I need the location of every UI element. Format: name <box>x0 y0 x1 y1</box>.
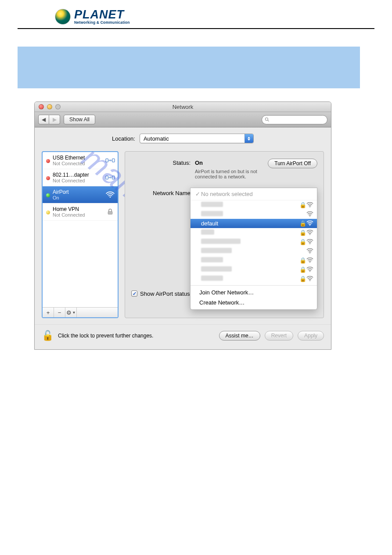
ethernet-icon <box>105 174 115 181</box>
sidebar-item-airport[interactable]: AirPort On <box>43 186 118 203</box>
interface-status: Not Connected <box>53 178 103 183</box>
interface-name: USB Ethernet <box>53 155 103 161</box>
location-label: Location: <box>112 135 135 142</box>
unlock-icon[interactable]: 🔓 <box>42 330 54 341</box>
forward-button[interactable]: ▶ <box>49 115 60 124</box>
wifi-icon <box>306 230 313 235</box>
page-header: PLANET Networking & Communication <box>18 0 374 29</box>
sidebar-item-80211-adapter[interactable]: 802.11…dapter Not Connected <box>43 169 118 186</box>
show-all-button[interactable]: Show All <box>64 115 95 124</box>
create-network-item[interactable]: Create Network… <box>191 297 317 308</box>
show-status-checkbox[interactable] <box>131 290 137 297</box>
lock-hint-text: Click the lock to prevent further change… <box>58 333 215 339</box>
interface-status: Not Connected <box>53 161 103 166</box>
select-arrows-icon <box>245 134 253 143</box>
interface-list: USB Ethernet Not Connected 802.11…dapter… <box>43 152 118 307</box>
svg-line-1 <box>268 120 269 121</box>
brand-tagline: Networking & Communication <box>74 21 130 25</box>
status-label: Status: <box>131 159 191 166</box>
sidebar-tools: + − ⚙▼ <box>43 307 118 317</box>
interface-name: 802.11…dapter <box>53 172 103 178</box>
svg-point-16 <box>309 280 310 281</box>
network-option[interactable]: 🔒 <box>191 237 317 247</box>
status-dot-icon <box>46 210 50 214</box>
network-option[interactable] <box>191 210 317 219</box>
brand-name: PLANET <box>74 9 130 21</box>
wifi-icon <box>105 191 115 198</box>
svg-rect-4 <box>106 176 108 179</box>
wifi-icon <box>306 248 313 254</box>
join-other-network-item[interactable]: Join Other Network… <box>191 287 317 297</box>
ethernet-icon <box>105 157 115 164</box>
menu-separator <box>191 285 317 286</box>
svg-point-6 <box>110 196 111 198</box>
revert-button[interactable]: Revert <box>265 331 293 341</box>
wifi-icon <box>306 267 313 272</box>
step-callout <box>18 47 360 88</box>
svg-point-13 <box>309 253 310 254</box>
window-titlebar: Network <box>35 102 331 112</box>
lock-icon: 🔒 <box>299 266 305 273</box>
search-input[interactable] <box>271 117 324 122</box>
location-select[interactable]: Automatic <box>140 134 254 143</box>
turn-airport-off-button[interactable]: Turn AirPort Off <box>268 159 317 168</box>
network-window: manualshive.com Network ◀ ▶ Show All Loc… <box>34 102 331 350</box>
svg-point-11 <box>309 234 310 235</box>
sidebar-item-home-vpn[interactable]: Home VPN Not Connected <box>43 203 118 221</box>
network-option[interactable]: 🔒 <box>191 200 317 210</box>
assist-me-button[interactable]: Assist me… <box>219 331 260 341</box>
svg-point-9 <box>309 216 310 217</box>
svg-point-14 <box>309 262 310 263</box>
svg-rect-2 <box>106 159 108 162</box>
airport-detail-panel: Status: On AirPort is turned on but is n… <box>125 151 324 318</box>
interface-name: AirPort <box>53 189 103 195</box>
wifi-icon <box>306 276 313 281</box>
status-description: AirPort is turned on but is not connecte… <box>195 169 263 179</box>
wifi-icon <box>306 202 313 207</box>
status-dot-icon <box>46 159 50 163</box>
zoom-button[interactable] <box>55 104 61 109</box>
window-toolbar: ◀ ▶ Show All <box>35 112 331 127</box>
globe-icon <box>55 9 71 25</box>
window-title: Network <box>35 102 331 112</box>
gear-menu-button[interactable]: ⚙▼ <box>65 308 77 317</box>
apply-button[interactable]: Apply <box>298 331 324 341</box>
remove-interface-button[interactable]: − <box>54 308 65 317</box>
sidebar-item-usb-ethernet[interactable]: USB Ethernet Not Connected <box>43 152 118 169</box>
minimize-button[interactable] <box>47 104 52 109</box>
back-button[interactable]: ◀ <box>38 115 49 124</box>
svg-rect-5 <box>112 176 115 179</box>
add-interface-button[interactable]: + <box>43 308 54 317</box>
lock-icon: 🔒 <box>299 239 305 245</box>
gear-icon: ⚙ <box>66 309 72 316</box>
lock-icon <box>105 208 115 215</box>
interface-name: Home VPN <box>53 206 103 212</box>
chevron-down-icon: ▼ <box>72 311 76 315</box>
network-option[interactable]: 🔒 <box>191 265 317 274</box>
wifi-icon <box>306 221 313 226</box>
network-option[interactable]: 🔒 <box>191 228 317 237</box>
status-dot-icon <box>46 176 50 180</box>
network-option[interactable]: 🔒 <box>191 274 317 283</box>
check-icon: ✓ <box>194 191 201 197</box>
network-option[interactable]: 🔒 <box>191 256 317 265</box>
svg-point-0 <box>265 118 268 120</box>
dropdown-header: No network selected <box>201 191 253 197</box>
lock-icon: 🔒 <box>299 202 305 208</box>
lock-icon: 🔒 <box>299 220 305 227</box>
close-button[interactable] <box>39 104 44 109</box>
wifi-icon <box>306 239 313 244</box>
interface-sidebar: USB Ethernet Not Connected 802.11…dapter… <box>42 151 119 318</box>
svg-rect-3 <box>112 159 115 162</box>
network-option-default[interactable]: default 🔒 <box>191 219 317 228</box>
svg-point-10 <box>309 225 310 226</box>
network-option[interactable] <box>191 247 317 256</box>
network-dropdown[interactable]: ✓ No network selected 🔒 <box>190 188 317 310</box>
search-field[interactable] <box>262 115 327 124</box>
interface-status: On <box>53 195 103 200</box>
status-dot-icon <box>46 193 50 197</box>
location-value: Automatic <box>144 135 169 142</box>
interface-status: Not Connected <box>53 212 103 218</box>
brand-logo: PLANET Networking & Communication <box>55 9 337 25</box>
svg-point-8 <box>309 207 310 207</box>
